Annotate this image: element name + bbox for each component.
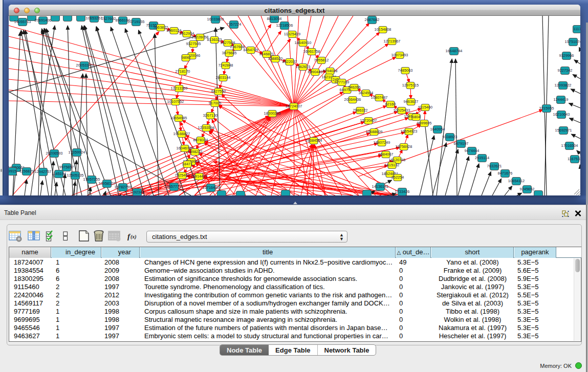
svg-text:10653267: 10653267 [86, 16, 103, 20]
svg-text:9975857: 9975857 [59, 165, 74, 169]
svg-text:62160: 62160 [385, 102, 396, 106]
svg-text:7663822: 7663822 [154, 25, 168, 30]
svg-text:7625402: 7625402 [175, 173, 190, 178]
svg-text:10654985: 10654985 [170, 116, 187, 120]
svg-text:19384554: 19384554 [306, 138, 322, 143]
svg-text:17359924: 17359924 [69, 150, 85, 155]
svg-text:14136141: 14136141 [372, 184, 389, 189]
svg-text:16782759: 16782759 [115, 185, 132, 189]
svg-text:10688609: 10688609 [366, 129, 383, 134]
svg-text:12218506: 12218506 [276, 23, 293, 28]
svg-text:8136323: 8136323 [207, 37, 222, 42]
svg-text:7242848: 7242848 [219, 63, 233, 68]
svg-text:15692971: 15692971 [555, 128, 572, 133]
svg-text:1733426: 1733426 [395, 189, 410, 194]
svg-text:20364436: 20364436 [344, 97, 361, 102]
svg-text:23226058: 23226058 [192, 35, 209, 39]
svg-text:7632621: 7632621 [487, 164, 502, 168]
svg-text:15720407: 15720407 [360, 118, 377, 123]
svg-text:12505135: 12505135 [67, 173, 84, 178]
svg-text:8454749: 8454749 [244, 48, 258, 52]
svg-text:252254: 252254 [391, 175, 404, 180]
svg-text:8990443: 8990443 [308, 70, 323, 74]
svg-text:7986322: 7986322 [353, 108, 368, 113]
svg-text:3215955: 3215955 [539, 106, 554, 111]
svg-text:15751074: 15751074 [565, 39, 580, 44]
svg-text:12942757: 12942757 [35, 169, 52, 174]
svg-text:16210643: 16210643 [553, 112, 570, 117]
svg-text:917005: 917005 [209, 101, 222, 105]
svg-text:18640910: 18640910 [295, 40, 312, 45]
svg-text:12093822: 12093822 [555, 83, 572, 87]
svg-text:19654923: 19654923 [401, 129, 418, 134]
svg-text:9915: 9915 [9, 169, 16, 173]
svg-text:10719155: 10719155 [128, 19, 145, 24]
svg-text:9777169: 9777169 [335, 80, 350, 84]
svg-text:3675685: 3675685 [222, 51, 237, 55]
svg-text:8813054: 8813054 [267, 16, 282, 21]
svg-text:20206593: 20206593 [46, 151, 63, 156]
svg-text:1588520: 1588520 [268, 56, 283, 61]
svg-text:2718170: 2718170 [176, 69, 190, 74]
svg-text:19756928: 19756928 [396, 144, 412, 149]
svg-text:8322037: 8322037 [282, 59, 297, 64]
svg-text:7485063: 7485063 [398, 68, 413, 73]
svg-text:9463627: 9463627 [404, 99, 419, 104]
svg-text:7357224: 7357224 [227, 22, 242, 27]
svg-text:1167533: 1167533 [568, 157, 580, 161]
svg-text:8427552: 8427552 [211, 89, 226, 94]
svg-text:12213967: 12213967 [384, 39, 401, 43]
svg-text:11325419: 11325419 [284, 32, 300, 36]
svg-text:16914479: 16914479 [191, 174, 208, 179]
svg-text:16033809: 16033809 [207, 17, 224, 21]
svg-text:18807249: 18807249 [374, 140, 390, 145]
svg-text:10107552: 10107552 [167, 99, 184, 104]
svg-text:6804: 6804 [412, 115, 420, 119]
svg-text:16648784: 16648784 [446, 49, 463, 53]
svg-text:1156829: 1156829 [19, 169, 34, 173]
svg-text:20691406: 20691406 [35, 18, 52, 23]
svg-text:1117: 1117 [573, 27, 580, 31]
svg-text:12213369: 12213369 [171, 86, 188, 91]
svg-text:10154808: 10154808 [375, 27, 391, 32]
svg-text:10654112: 10654112 [508, 179, 525, 183]
svg-text:9338923: 9338923 [443, 135, 458, 139]
svg-text:9227342: 9227342 [558, 68, 573, 73]
svg-text:18724007: 18724007 [286, 104, 302, 108]
svg-text:17016504: 17016504 [561, 143, 578, 148]
svg-text:3267130: 3267130 [203, 113, 218, 118]
svg-text:9327505: 9327505 [186, 41, 201, 46]
svg-text:1192346: 1192346 [130, 190, 144, 194]
svg-text:18471: 18471 [182, 162, 193, 166]
svg-text:9245652: 9245652 [520, 187, 535, 191]
svg-text:(x): (x) [130, 234, 137, 240]
svg-text:1244419: 1244419 [554, 97, 569, 102]
svg-text:2087682: 2087682 [365, 17, 380, 22]
svg-text:9896: 9896 [182, 55, 190, 60]
svg-text:9699695: 9699695 [417, 121, 432, 125]
svg-text:8471676: 8471676 [498, 171, 513, 176]
svg-text:15716485: 15716485 [203, 185, 220, 190]
svg-text:10973493: 10973493 [391, 53, 408, 57]
svg-text:1145194: 1145194 [52, 171, 66, 176]
svg-text:9115460: 9115460 [418, 105, 432, 110]
svg-text:746266: 746266 [348, 85, 361, 90]
svg-text:1527602: 1527602 [101, 16, 116, 21]
svg-text:18300295: 18300295 [264, 111, 281, 116]
svg-text:2803144: 2803144 [216, 75, 231, 80]
svg-text:9329966: 9329966 [559, 53, 574, 58]
svg-text:16961758: 16961758 [303, 49, 320, 54]
svg-text:9657771: 9657771 [167, 184, 182, 189]
svg-text:1640954: 1640954 [430, 127, 445, 132]
svg-text:1615132: 1615132 [385, 163, 400, 167]
svg-text:12353594: 12353594 [198, 125, 215, 130]
svg-text:10958107: 10958107 [99, 181, 116, 186]
svg-text:12975115: 12975115 [402, 83, 419, 87]
svg-text:9474444: 9474444 [465, 148, 480, 153]
svg-text:8878334: 8878334 [193, 138, 208, 142]
svg-text:1498222: 1498222 [188, 149, 203, 154]
svg-text:3624554: 3624554 [359, 91, 374, 95]
svg-text:17957255: 17957255 [83, 177, 100, 182]
svg-text:7955812: 7955812 [314, 58, 329, 62]
svg-text:6794028: 6794028 [323, 69, 338, 73]
